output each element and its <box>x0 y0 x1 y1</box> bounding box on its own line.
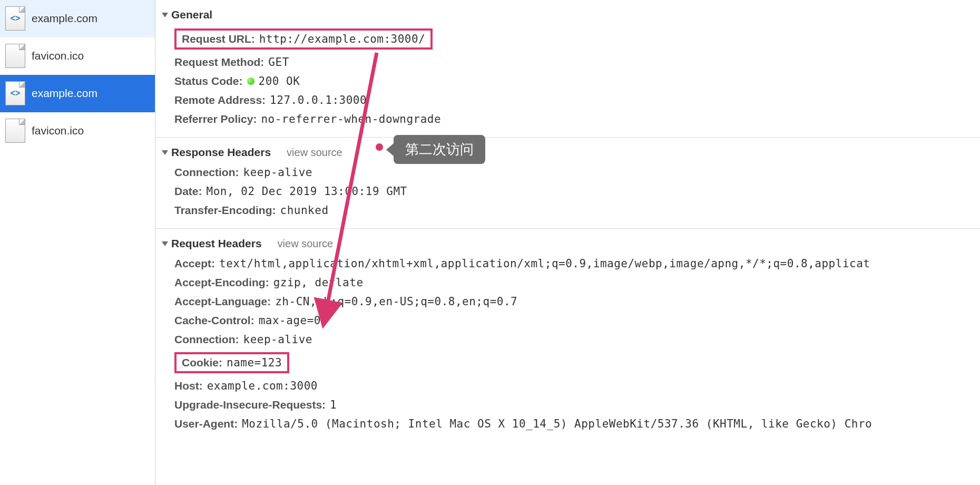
html-glyph-icon: <> <box>11 14 21 23</box>
label: Host <box>174 380 203 392</box>
label: Cookie <box>182 356 222 369</box>
row-resp-connection: Connection keep-alive <box>174 163 980 182</box>
request-item-label: favicon.ico <box>32 124 84 137</box>
section-header-request[interactable]: Request Headers view source <box>155 233 980 254</box>
disclosure-triangle-icon <box>162 241 168 246</box>
row-resp-date: Date Mon, 02 Dec 2019 13:00:19 GMT <box>174 182 980 201</box>
label: Referrer Policy <box>174 113 257 125</box>
disclosure-triangle-icon <box>162 150 168 155</box>
label: Connection <box>174 333 239 346</box>
request-item-3[interactable]: favicon.ico <box>0 112 155 150</box>
html-glyph-icon: <> <box>11 89 21 98</box>
section-general: General Request URL http://example.com:3… <box>155 0 980 137</box>
label: Request URL <box>182 33 255 45</box>
row-accept-language: Accept-Language zh-CN,zh;q=0.9,en-US;q=0… <box>174 292 980 311</box>
row-accept-encoding: Accept-Encoding gzip, deflate <box>174 273 980 292</box>
label: Accept-Language <box>174 295 271 308</box>
value: gzip, deflate <box>273 276 364 289</box>
devtools-network-panel: <> example.com favicon.ico <> example.co… <box>0 0 980 485</box>
section-header-general[interactable]: General <box>155 4 980 25</box>
value: http://example.com:3000/ <box>259 33 425 45</box>
label: Cache-Control <box>174 314 254 327</box>
value: no-referrer-when-downgrade <box>261 113 441 125</box>
section-title: Response Headers <box>171 146 271 159</box>
highlight-box-url: Request URL http://example.com:3000/ <box>174 28 433 50</box>
row-referrer-policy: Referrer Policy no-referrer-when-downgra… <box>174 110 980 129</box>
value: keep-alive <box>243 166 312 179</box>
row-connection: Connection keep-alive <box>174 330 980 349</box>
row-upgrade-insecure: Upgrade-Insecure-Requests 1 <box>174 395 980 414</box>
request-item-label: example.com <box>32 12 97 25</box>
value: keep-alive <box>243 333 312 346</box>
label: Accept <box>174 257 215 270</box>
request-item-0[interactable]: <> example.com <box>0 0 155 37</box>
document-icon: <> <box>5 81 25 105</box>
label: Status Code <box>174 75 243 88</box>
section-title: General <box>171 8 212 21</box>
request-list: <> example.com favicon.ico <> example.co… <box>0 0 155 485</box>
response-rows: Connection keep-alive Date Mon, 02 Dec 2… <box>155 163 980 220</box>
label: Date <box>174 185 202 198</box>
view-source-link[interactable]: view source <box>278 238 334 250</box>
request-item-label: example.com <box>32 87 97 100</box>
label: Transfer-Encoding <box>174 204 276 217</box>
document-icon <box>5 44 25 68</box>
general-rows: Request URL http://example.com:3000/ Req… <box>155 25 980 129</box>
value: name=123 <box>227 356 282 369</box>
request-item-label: favicon.ico <box>32 50 84 62</box>
row-accept: Accept text/html,application/xhtml+xml,a… <box>174 254 980 273</box>
status-ok-icon <box>247 77 254 85</box>
value: example.com:3000 <box>207 380 318 392</box>
section-title: Request Headers <box>171 237 262 250</box>
value: Mozilla/5.0 (Macintosh; Intel Mac OS X 1… <box>242 418 872 430</box>
headers-panel: General Request URL http://example.com:3… <box>155 0 980 485</box>
document-icon: <> <box>5 6 25 31</box>
view-source-link[interactable]: view source <box>287 147 342 159</box>
section-header-response[interactable]: Response Headers view source <box>155 142 980 163</box>
row-status-code: Status Code 200 OK <box>174 72 980 91</box>
section-request-headers: Request Headers view source Accept text/… <box>155 228 980 442</box>
row-host: Host example.com:3000 <box>174 376 980 395</box>
label: User-Agent <box>174 418 238 430</box>
row-cookie: Cookie name=123 <box>174 349 980 376</box>
value: 1 <box>330 399 337 411</box>
request-rows: Accept text/html,application/xhtml+xml,a… <box>155 254 980 433</box>
highlight-box-cookie: Cookie name=123 <box>174 352 289 373</box>
value: GET <box>268 56 289 69</box>
label: Upgrade-Insecure-Requests <box>174 399 326 411</box>
label: Request Method <box>174 56 264 69</box>
request-item-2[interactable]: <> example.com <box>0 75 155 112</box>
label: Remote Address <box>174 94 266 106</box>
request-item-1[interactable]: favicon.ico <box>0 37 155 75</box>
value: 200 OK <box>259 75 300 88</box>
row-request-method: Request Method GET <box>174 53 980 72</box>
row-request-url: Request URL http://example.com:3000/ <box>174 25 980 53</box>
row-resp-transfer-encoding: Transfer-Encoding chunked <box>174 201 980 220</box>
label: Accept-Encoding <box>174 276 269 289</box>
value: zh-CN,zh;q=0.9,en-US;q=0.8,en;q=0.7 <box>275 295 517 308</box>
label: Connection <box>174 166 239 179</box>
row-cache-control: Cache-Control max-age=0 <box>174 311 980 330</box>
section-response-headers: Response Headers view source Connection … <box>155 137 980 228</box>
value: Mon, 02 Dec 2019 13:00:19 GMT <box>207 185 407 198</box>
row-user-agent: User-Agent Mozilla/5.0 (Macintosh; Intel… <box>174 414 980 433</box>
value: chunked <box>280 204 329 217</box>
value: max-age=0 <box>259 314 321 327</box>
value: text/html,application/xhtml+xml,applicat… <box>219 257 870 270</box>
row-remote-address: Remote Address 127.0.0.1:3000 <box>174 91 980 110</box>
value: 127.0.0.1:3000 <box>270 94 367 106</box>
disclosure-triangle-icon <box>162 13 168 17</box>
document-icon <box>5 119 25 143</box>
